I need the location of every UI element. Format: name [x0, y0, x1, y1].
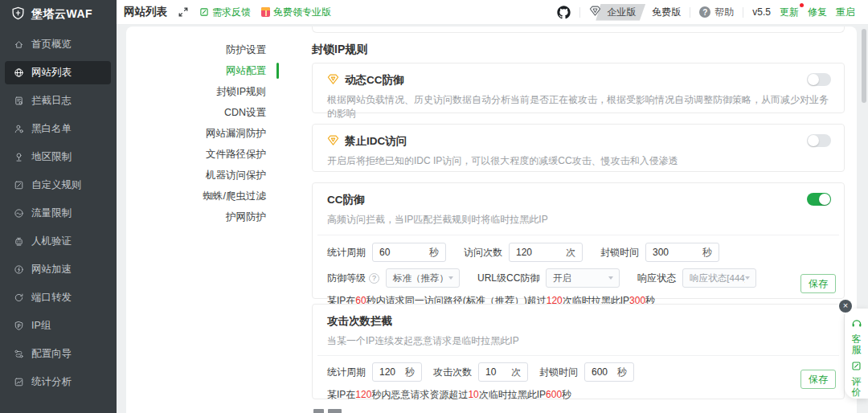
customer-service-button[interactable]: 客服 [851, 317, 862, 355]
sidebar-item-label: 配置向导 [31, 347, 72, 361]
block-time-input[interactable] [646, 247, 702, 258]
sidebar-item-label: 自定义规则 [31, 178, 82, 192]
content-panel: 防护设置 网站配置 封锁IP规则 CDN设置 网站漏洞防护 文件路径保护 机器访… [126, 27, 857, 413]
visit-count-input[interactable] [510, 247, 566, 258]
attack-count-field: 次 [478, 362, 528, 382]
headset-icon [851, 317, 862, 332]
sidebar-item-home[interactable]: 首页概览 [0, 31, 117, 59]
stat-period-input[interactable] [373, 247, 429, 258]
idc-block-toggle[interactable] [807, 134, 831, 147]
sidebar-item-label: 黑白名单 [31, 122, 72, 136]
sidebar-item-label: 网站列表 [31, 66, 72, 80]
clipped-next-section [312, 409, 845, 413]
fullscreen-icon[interactable] [178, 6, 189, 18]
edition-switcher: 企业版 免费版 [589, 4, 681, 21]
repair-link[interactable]: 修复 [808, 6, 827, 19]
block-time-label: 封锁时间 [600, 246, 639, 260]
response-status-select[interactable]: 响应状态[444] [682, 268, 756, 288]
sidebar-item-region[interactable]: 地区限制 [0, 143, 117, 171]
feedback-link[interactable]: 需求反馈 [199, 6, 251, 19]
card-title: 攻击次数拦截 [327, 314, 392, 329]
support-widget: 客服 评价 [845, 309, 868, 399]
subnav-item-block-ip-rules[interactable]: 封锁IP规则 [126, 81, 279, 102]
shield-logo-icon [11, 6, 25, 23]
sidebar-item-ip-group[interactable]: IP组 [0, 312, 117, 340]
sidebar-item-logs[interactable]: 拦截日志 [0, 87, 117, 115]
free-pro-link[interactable]: 免费领专业版 [261, 6, 331, 19]
update-link[interactable]: 更新 [780, 6, 799, 19]
toggle-knob [808, 74, 819, 85]
help-button[interactable]: ? 帮助 [699, 6, 734, 19]
sidebar-item-custom-rules[interactable]: 自定义规则 [0, 171, 117, 199]
sidebar-item-label: 人机验证 [31, 235, 72, 248]
review-button[interactable]: 评价 [851, 360, 862, 398]
free-pro-label: 免费领专业版 [273, 6, 331, 19]
app-title: 堡塔云WAF [31, 7, 92, 22]
block-time-input[interactable] [585, 366, 617, 378]
log-icon [14, 96, 24, 106]
diamond-vip-icon [327, 134, 339, 149]
stat-period-input[interactable] [373, 366, 405, 378]
divider [579, 7, 580, 18]
sidebar-item-wizard[interactable]: 配置向导 [0, 340, 117, 368]
subnav-item-protection[interactable]: 防护设置 [126, 39, 279, 60]
github-icon[interactable] [557, 6, 571, 19]
attack-count-input[interactable] [479, 366, 511, 378]
visit-count-field: 次 [509, 243, 583, 262]
sidebar-item-acceleration[interactable]: 网站加速 [0, 256, 117, 284]
edition-enterprise-tab[interactable]: 企业版 [596, 4, 645, 21]
toggle-knob [819, 194, 830, 205]
sidebar-item-label: 地区限制 [31, 150, 72, 164]
unit-label: 次 [511, 366, 527, 379]
sidebar-item-captcha[interactable]: 人机验证 [0, 227, 117, 256]
sidebar: 堡塔云WAF 首页概览 网站列表 拦截日志 黑白名单 地区限制 [0, 0, 117, 413]
close-icon[interactable]: × [839, 300, 852, 313]
cc-defense-card: CC防御 高频访问拦截，当IP匹配拦截规则时将临时拉黑此IP 统计周期 秒 访问… [312, 182, 845, 299]
subnav-item-hw-protection[interactable]: 护网防护 [126, 206, 279, 227]
select-value: 开启 [547, 272, 608, 284]
subnav-item-site-config[interactable]: 网站配置 [126, 60, 279, 81]
sidebar-item-port-forward[interactable]: 端口转发 [0, 284, 117, 312]
url-cc-select[interactable]: 开启 [546, 268, 620, 288]
defense-level-select[interactable]: 标准（推荐） [386, 268, 460, 288]
scrollbar-thumb[interactable] [862, 29, 866, 103]
cc-defense-toggle[interactable] [807, 193, 831, 206]
gem-icon [589, 6, 601, 18]
attack-count-label: 攻击次数 [433, 366, 472, 379]
sidebar-item-label: 流量限制 [31, 206, 72, 220]
dynamic-cc-card: 动态CC防御 根据网站负载情况、历史访问数据自动分析当前是否正在被攻击，根据受影… [312, 63, 845, 113]
diamond-vip-icon [327, 73, 339, 88]
sidebar-item-websites[interactable]: 网站列表 [0, 59, 117, 87]
update-notification-dot [800, 3, 804, 7]
divider [743, 7, 743, 18]
update-label: 更新 [780, 6, 799, 18]
attack-block-save-button[interactable]: 保存 [800, 370, 836, 389]
header-left: 网站列表 需求反馈 免费领专业版 [117, 5, 331, 19]
flow-wizard-icon [14, 349, 24, 359]
sidebar-item-statistics[interactable]: 统计分析 [0, 368, 117, 396]
stat-period-field: 秒 [372, 362, 422, 382]
sidebar-item-label: 拦截日志 [31, 94, 72, 108]
question-circle-icon[interactable]: ? [369, 273, 379, 284]
select-value: 响应状态[444] [683, 272, 745, 284]
subnav-item-file-path[interactable]: 文件路径保护 [126, 144, 279, 165]
feedback-label: 需求反馈 [212, 6, 251, 19]
edition-free-tab[interactable]: 免费版 [652, 6, 681, 19]
url-cc-label: URL级CC防御 [477, 272, 539, 285]
subnav-item-spider[interactable]: 蜘蛛/爬虫过滤 [126, 186, 279, 206]
subnav-item-machine-access[interactable]: 机器访问保护 [126, 165, 279, 186]
subnav-item-vulnerability[interactable]: 网站漏洞防护 [126, 123, 279, 144]
block-time-field: 秒 [645, 243, 719, 262]
sidebar-item-traffic-limit[interactable]: 流量限制 [0, 199, 117, 227]
restart-link[interactable]: 重启 [836, 6, 855, 19]
select-value: 标准（推荐） [387, 272, 448, 284]
cc-defense-save-button[interactable]: 保存 [800, 274, 836, 293]
gift-icon [261, 7, 270, 17]
dynamic-cc-toggle[interactable] [807, 73, 831, 86]
sidebar-item-blacklist[interactable]: 黑白名单 [0, 115, 117, 143]
idc-block-card: 禁止IDC访问 开启后将拒绝已知的IDC IP访问，可以很大程度的减缓CC攻击、… [312, 124, 845, 172]
subnav-item-cdn[interactable]: CDN设置 [126, 102, 279, 123]
sidebar-item-label: 端口转发 [31, 291, 72, 305]
visit-count-label: 访问次数 [464, 246, 502, 260]
robot-icon [14, 236, 24, 247]
